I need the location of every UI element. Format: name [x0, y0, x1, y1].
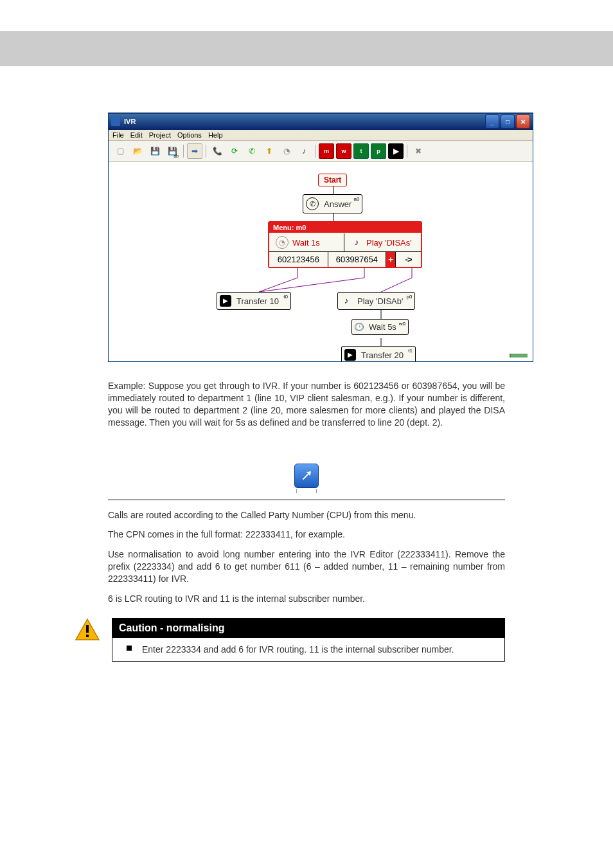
- delete-icon[interactable]: ✖: [411, 143, 426, 159]
- cpn-p2: The CPN comes in the full format: 222333…: [108, 529, 505, 541]
- menu-wait-label: Wait 1s: [292, 238, 320, 248]
- note-icon: ♪: [341, 295, 352, 307]
- transfer-node-icon[interactable]: ▶: [388, 143, 404, 159]
- wait5-node[interactable]: 🕒 Wait 5s w0: [351, 319, 409, 335]
- answer-node[interactable]: ✆ Answer a0: [303, 194, 362, 213]
- svg-rect-11: [86, 625, 89, 633]
- node-m-icon[interactable]: m: [319, 143, 334, 159]
- node-p-icon[interactable]: p: [371, 143, 386, 159]
- menu-edit[interactable]: Edit: [130, 131, 143, 139]
- hangup-icon[interactable]: ⬆: [262, 143, 277, 159]
- answer-icon[interactable]: ✆: [244, 143, 260, 159]
- transfer-icon: ▶: [220, 295, 231, 307]
- node-t-icon[interactable]: t: [353, 143, 369, 159]
- toolbar-separator: [407, 145, 407, 158]
- play-disab-label: Play 'DISAb': [357, 296, 403, 306]
- transfer-icon: ▶: [344, 349, 356, 361]
- play-disab-node[interactable]: ♪ Play 'DISAb' p0: [337, 292, 415, 310]
- wait-icon[interactable]: ◔: [279, 143, 294, 159]
- cpn-section: Calls are routed according to the Called…: [108, 509, 505, 605]
- goto-icon[interactable]: ➡: [187, 143, 202, 159]
- svg-line-3: [259, 278, 298, 292]
- cpn-p1: Calls are routed according to the Called…: [108, 509, 505, 521]
- cpn-p3: Use normalisation to avoid long number e…: [108, 548, 505, 585]
- page-header-band: [0, 31, 613, 66]
- wait5-label: Wait 5s: [369, 322, 396, 332]
- menu-number1[interactable]: 602123456: [269, 252, 328, 267]
- menu-number2[interactable]: 603987654: [328, 252, 386, 267]
- note-icon: ♪: [351, 237, 362, 248]
- bullet-icon: [127, 646, 132, 651]
- ivr-app-window: IVR _ □ ✕ File Edit Project Options Help…: [108, 113, 533, 362]
- save-icon[interactable]: 💾: [147, 143, 163, 159]
- transfer10-label: Transfer 10: [236, 296, 279, 306]
- toolbar-separator: [206, 145, 206, 158]
- menu-play-label: Play 'DISAs': [366, 238, 412, 248]
- redial-icon[interactable]: ⟳: [227, 143, 242, 159]
- titlebar: IVR _ □ ✕: [109, 113, 533, 130]
- maximize-button[interactable]: □: [501, 114, 515, 129]
- toolbar: ▢ 📂 💾 💾ab ➡ 📞 ⟳ ✆ ⬆ ◔ ♪ m w t p ▶: [109, 141, 533, 162]
- minimize-button[interactable]: _: [485, 114, 499, 129]
- app-icon: [111, 117, 120, 126]
- transfer20-node[interactable]: ▶ Transfer 20 t1: [341, 346, 416, 361]
- clock-icon: 🕒: [355, 323, 364, 331]
- menu-add-button[interactable]: +: [386, 252, 395, 267]
- answer-tag: a0: [353, 196, 359, 202]
- scroll-thumb[interactable]: [510, 354, 528, 357]
- example-paragraph: Example: Suppose you get through to IVR.…: [108, 380, 505, 429]
- transfer20-tag: t1: [408, 348, 413, 354]
- icon-hotspots: [108, 489, 505, 493]
- app-title: IVR: [124, 118, 136, 125]
- wait5-tag: w0: [399, 321, 405, 327]
- close-window-button[interactable]: ✕: [516, 114, 530, 129]
- save-as-icon[interactable]: 💾ab: [164, 143, 180, 159]
- svg-line-5: [259, 278, 364, 292]
- goto-large-icon: [108, 464, 505, 488]
- start-label: Start: [324, 176, 341, 185]
- menu-title: Menu: m0: [269, 222, 421, 233]
- cpn-p4: 6 is LCR routing to IVR and 11 is the in…: [108, 593, 505, 605]
- warning-icon: [75, 618, 100, 641]
- caution-callout: Caution - normalising Enter 2223334 and …: [112, 618, 505, 662]
- open-icon[interactable]: 📂: [130, 143, 145, 159]
- menubar: File Edit Project Options Help: [109, 130, 533, 141]
- transfer10-tag: t0: [283, 294, 288, 300]
- diagram-canvas[interactable]: Start ✆ Answer a0 Menu: m0 ◔ Wait: [109, 162, 530, 361]
- caution-title: Caution - normalising: [112, 619, 504, 638]
- toolbar-separator: [315, 145, 315, 158]
- transfer20-label: Transfer 20: [361, 350, 404, 360]
- menu-continue-arrow[interactable]: ->: [395, 252, 421, 267]
- answer-label: Answer: [324, 199, 351, 209]
- menu-help[interactable]: Help: [208, 131, 223, 139]
- transfer10-node[interactable]: ▶ Transfer 10 t0: [217, 292, 291, 310]
- divider: [108, 500, 505, 500]
- menu-node[interactable]: Menu: m0 ◔ Wait 1s ♪ Play 'DISAs': [268, 221, 422, 268]
- node-w-icon[interactable]: w: [336, 143, 351, 159]
- new-icon[interactable]: ▢: [112, 143, 128, 159]
- caution-body: Enter 2223334 and add 6 for IVR routing.…: [142, 644, 454, 655]
- svg-line-7: [381, 278, 412, 292]
- play-icon[interactable]: ♪: [296, 143, 312, 159]
- clock-icon: ◔: [276, 236, 289, 249]
- ring-icon[interactable]: 📞: [209, 143, 225, 159]
- start-node[interactable]: Start: [318, 174, 347, 186]
- play-disab-tag: p0: [407, 294, 413, 300]
- menu-options[interactable]: Options: [177, 131, 202, 139]
- svg-rect-12: [86, 635, 89, 637]
- menu-file[interactable]: File: [112, 131, 124, 139]
- menu-project[interactable]: Project: [149, 131, 171, 139]
- phone-icon: ✆: [306, 197, 319, 210]
- toolbar-separator: [183, 145, 184, 158]
